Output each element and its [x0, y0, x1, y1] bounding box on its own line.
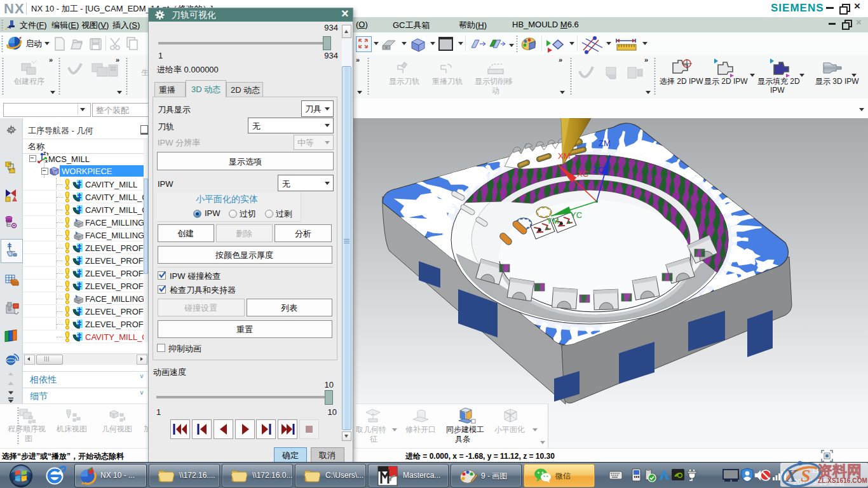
svg-text:XM: XM: [558, 151, 571, 161]
svg-text:ZC: ZC: [593, 165, 604, 175]
svg-text:S: S: [801, 466, 811, 485]
svg-text:X: X: [785, 466, 798, 485]
svg-text:XC: XC: [577, 169, 588, 179]
svg-text:ZM: ZM: [599, 139, 611, 148]
svg-text:YM: YM: [546, 216, 559, 226]
svg-text:YC: YC: [571, 210, 582, 220]
